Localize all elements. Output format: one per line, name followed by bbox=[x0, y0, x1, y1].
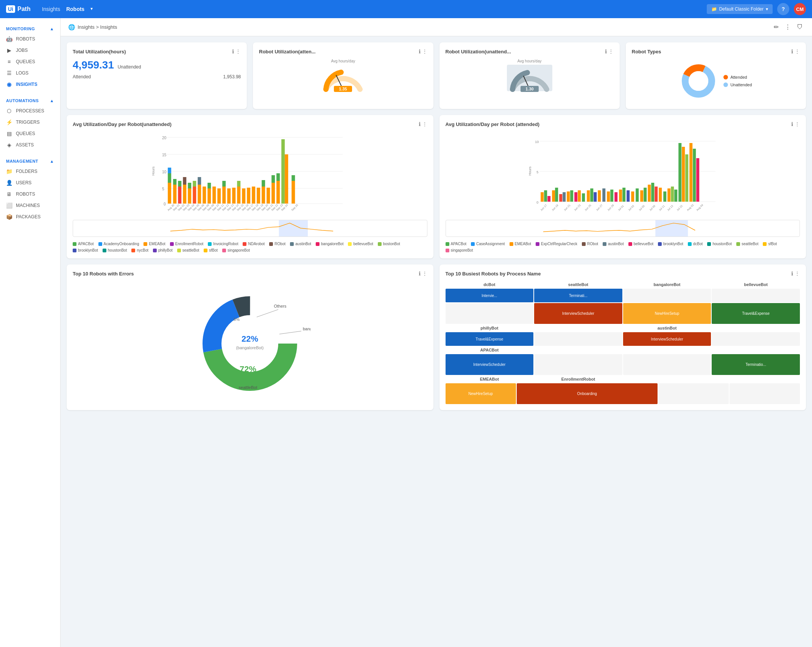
robot-util-unatt-info-btn[interactable]: ℹ bbox=[605, 48, 607, 54]
svg-rect-130 bbox=[671, 187, 674, 202]
legend-seattle-att: seattleBot bbox=[736, 242, 758, 246]
legend-brooklyn-att: brooklynBot bbox=[658, 242, 683, 246]
total-util-info-btn[interactable]: ℹ bbox=[232, 48, 234, 54]
svg-rect-57 bbox=[271, 175, 275, 183]
sidebar-item-machines-label: MACHINES bbox=[16, 203, 40, 208]
legend-robot: RObot bbox=[269, 242, 285, 246]
top10-busiest-title: Top 10 Busiest Robots by Process Name bbox=[446, 271, 541, 277]
unattended-chart-more-btn[interactable]: ⋮ bbox=[422, 121, 427, 127]
robots2-icon: 🖥 bbox=[6, 191, 12, 197]
svg-text:Sep 25: Sep 25 bbox=[291, 204, 299, 212]
col-enrollment: EnrollmentRobot bbox=[534, 376, 622, 383]
sidebar-item-queues[interactable]: ≡ QUEUES bbox=[0, 56, 60, 67]
sidebar-item-triggers[interactable]: ⚡ TRIGGERS bbox=[0, 117, 60, 128]
queues2-icon: ▤ bbox=[6, 131, 12, 137]
cell-bellevue-terminati: Terminatio... bbox=[712, 354, 800, 375]
sidebar-item-users[interactable]: 👤 USERS bbox=[0, 177, 60, 188]
robot-util-att-info-btn[interactable]: ℹ bbox=[419, 48, 421, 54]
nav-robots[interactable]: Robots bbox=[66, 6, 84, 12]
svg-rect-23 bbox=[168, 183, 171, 204]
svg-rect-128 bbox=[663, 191, 666, 202]
top10-errors-more-btn[interactable]: ⋮ bbox=[422, 271, 427, 277]
sidebar-item-processes[interactable]: ⬡ PROCESSES bbox=[0, 105, 60, 117]
attended-chart-info-btn[interactable]: ℹ bbox=[791, 121, 793, 127]
sidebar-item-machines[interactable]: ⬜ MACHINES bbox=[0, 200, 60, 211]
attended-chart-more-btn[interactable]: ⋮ bbox=[795, 121, 800, 127]
sidebar-item-assets[interactable]: ◈ ASSETS bbox=[0, 139, 60, 151]
attended-chart-header: Avg Utilization/Day per Robot (attended)… bbox=[446, 121, 800, 127]
total-util-value-row: 4,959.31 Unattended bbox=[73, 59, 241, 71]
sidebar-item-jobs[interactable]: ▶ JOBS bbox=[0, 45, 60, 56]
svg-rect-39 bbox=[207, 188, 211, 204]
top-navigation: Ui Path Insights Robots ▾ 📁 Default Clas… bbox=[0, 0, 812, 18]
edit-button[interactable]: ✏ bbox=[772, 22, 780, 32]
svg-rect-102 bbox=[559, 194, 562, 202]
top10-errors-card: Top 10 Robots with Errors ℹ ⋮ bbox=[67, 264, 433, 410]
unattended-chart-header: Avg Utilization/Day per Robot(unattended… bbox=[73, 121, 427, 127]
sidebar-item-folders[interactable]: 📁 FOLDERS bbox=[0, 166, 60, 177]
top10-busiest-info-btn[interactable]: ℹ bbox=[791, 271, 793, 277]
svg-text:Others: Others bbox=[274, 304, 287, 308]
sidebar-item-queues2[interactable]: ▤ QUEUES bbox=[0, 128, 60, 139]
treemap-area: dcBot seattleBot bangaloreBot bellevueBo… bbox=[446, 281, 800, 404]
svg-text:1.30: 1.30 bbox=[525, 87, 533, 91]
monitoring-section: MONITORING ▲ 🤖 ROBOTS ▶ JOBS ≡ QUEUES ☰ … bbox=[0, 21, 60, 93]
treemap-row-4: Travel&Expense InterviewScheduler bbox=[446, 332, 800, 346]
legend-boston: bostonBot bbox=[378, 242, 400, 246]
svg-rect-40 bbox=[207, 183, 211, 188]
svg-rect-97 bbox=[541, 192, 544, 202]
sidebar-item-logs[interactable]: ☰ LOGS bbox=[0, 67, 60, 79]
robots-icon: 🤖 bbox=[6, 36, 12, 42]
legend-bellevue-att: bellevueBot bbox=[628, 242, 653, 246]
col-austinbot: austinBot bbox=[623, 325, 711, 331]
svg-text:0: 0 bbox=[164, 202, 166, 206]
breadcrumb: 🌐 Insights > Insights bbox=[68, 24, 117, 31]
management-header[interactable]: MANAGEMENT ▲ bbox=[0, 157, 60, 166]
top10-errors-header: Top 10 Robots with Errors ℹ ⋮ bbox=[73, 271, 427, 277]
robot-util-att-more-btn[interactable]: ⋮ bbox=[422, 48, 427, 54]
automations-header[interactable]: AUTOMATIONS ▲ bbox=[0, 96, 60, 105]
logo[interactable]: Ui Path bbox=[6, 5, 31, 13]
svg-rect-24 bbox=[168, 173, 171, 183]
avatar[interactable]: CM bbox=[794, 3, 806, 15]
robot-types-info-btn[interactable]: ℹ bbox=[791, 48, 793, 54]
robots-dropdown-icon[interactable]: ▾ bbox=[90, 6, 93, 12]
total-util-actions: ℹ ⋮ bbox=[232, 48, 241, 54]
cell-seattle-empty6 bbox=[534, 354, 622, 375]
sidebar-item-packages[interactable]: 📦 PACKAGES bbox=[0, 211, 60, 222]
total-util-more-btn[interactable]: ⋮ bbox=[235, 48, 241, 54]
robot-types-more-btn[interactable]: ⋮ bbox=[795, 48, 800, 54]
management-chevron-icon: ▲ bbox=[50, 159, 54, 163]
svg-text:5: 5 bbox=[162, 187, 164, 191]
more-button[interactable]: ⋮ bbox=[783, 22, 792, 32]
top10-busiest-more-btn[interactable]: ⋮ bbox=[795, 271, 800, 277]
legend-emea-att: EMEABot bbox=[510, 242, 531, 246]
top10-errors-info-btn[interactable]: ℹ bbox=[419, 271, 421, 277]
svg-rect-35 bbox=[193, 181, 196, 187]
attended-gauge: Avg hours/day 1.35 bbox=[259, 59, 427, 91]
svg-rect-115 bbox=[610, 190, 613, 202]
unattended-gauge-svg: 1.30 bbox=[507, 65, 552, 91]
cell-seattle-empty4 bbox=[534, 332, 622, 346]
sidebar-item-robots[interactable]: 🤖 ROBOTS bbox=[0, 33, 60, 45]
svg-rect-135 bbox=[689, 143, 692, 202]
folder-button[interactable]: 📁 Default Classic Folder ▾ bbox=[707, 4, 773, 14]
legend-bellevue: bellevueBot bbox=[348, 242, 373, 246]
legend-invoicing: InvoicingRobot bbox=[208, 242, 238, 246]
sidebar-item-insights[interactable]: ◉ INSIGHTS bbox=[0, 79, 60, 90]
robot-util-unatt-more-btn[interactable]: ⋮ bbox=[608, 48, 614, 54]
triggers-icon: ⚡ bbox=[6, 119, 12, 125]
svg-text:6%: 6% bbox=[234, 317, 240, 322]
monitoring-header[interactable]: MONITORING ▲ bbox=[0, 24, 60, 33]
filter-button[interactable]: ⛉ bbox=[795, 22, 804, 32]
unattended-chart-info-btn[interactable]: ℹ bbox=[419, 121, 421, 127]
help-button[interactable]: ? bbox=[777, 3, 789, 15]
svg-rect-105 bbox=[570, 190, 573, 202]
nav-insights[interactable]: Insights bbox=[42, 6, 60, 12]
legend-houston-att: houstonBot bbox=[707, 242, 732, 246]
legend-singapore-att: singaporeBot bbox=[446, 248, 473, 252]
sidebar-item-robots2[interactable]: 🖥 ROBOTS bbox=[0, 188, 60, 200]
total-util-unattended-label: Unattended bbox=[118, 64, 141, 70]
svg-rect-34 bbox=[193, 187, 196, 204]
svg-text:22%: 22% bbox=[242, 334, 258, 344]
